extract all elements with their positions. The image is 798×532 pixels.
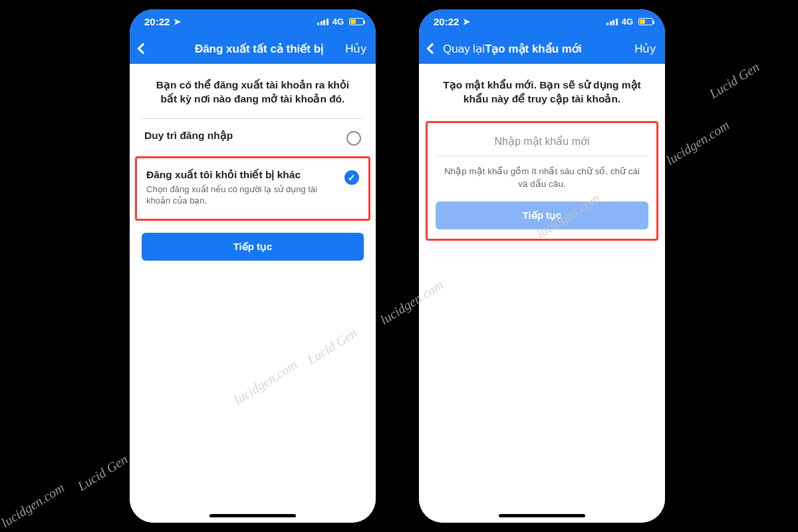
location-icon: ➤ [174,17,181,27]
radio-checked-icon[interactable]: ✓ [344,170,359,185]
nav-title: Đăng xuất tất cả thiết bị [186,42,333,56]
password-help: Nhập mật khẩu gồm ít nhất sáu chữ số, ch… [433,166,651,201]
signal-icon [317,17,329,25]
radio-unchecked-icon[interactable] [346,131,361,146]
watermark: Lucid Gen [75,452,130,494]
highlight-box: Nhập mật khẩu mới Nhập mật khẩu gồm ít n… [426,121,658,241]
continue-button[interactable]: Tiếp tục [436,201,648,229]
battery-icon [349,18,364,25]
option-title: Duy trì đăng nhập [144,130,338,142]
divider [436,156,648,156]
continue-button[interactable]: Tiếp tục [142,233,364,261]
nav-title: Tạo mật khẩu mới [485,42,622,56]
chevron-left-icon [138,43,149,55]
content-area: Bạn có thể đăng xuất tài khoản ra khỏi b… [130,64,376,523]
status-time: 20:22 [144,16,170,27]
prompt-text: Tạo mật khẩu mới. Bạn sẽ sử dụng mật khẩ… [419,64,665,118]
nav-bar: Quay lại Tạo mật khẩu mới Hủy [419,33,665,64]
phone-left: 20:22 ➤ 4G Đăng xuất tất cả thiết bị Hủy… [130,9,376,523]
signal-icon [606,17,618,25]
status-bar: 20:22 ➤ 4G [130,9,376,33]
option-stay-logged-in[interactable]: Duy trì đăng nhập [130,119,376,155]
cancel-button[interactable]: Hủy [333,42,366,56]
prompt-text: Bạn có thể đăng xuất tài khoản ra khỏi b… [130,64,376,118]
password-input[interactable]: Nhập mật khẩu mới [433,130,651,156]
back-button[interactable]: Quay lại [428,42,485,56]
home-indicator[interactable] [499,514,585,517]
status-bar: 20:22 ➤ 4G [419,9,665,33]
watermark: lucidgen.com [0,480,67,531]
status-time: 20:22 [434,16,459,27]
highlight-box: Đăng xuất tôi khỏi thiết bị khác Chọn đă… [135,156,370,221]
nav-bar: Đăng xuất tất cả thiết bị Hủy [130,33,376,64]
location-icon: ➤ [463,17,470,27]
option-logout-others[interactable]: Đăng xuất tôi khỏi thiết bị khác Chọn đă… [137,158,368,216]
network-label: 4G [332,17,344,27]
phone-right: 20:22 ➤ 4G Quay lại Tạo mật khẩu mới Hủy… [419,9,665,523]
option-subtitle: Chọn đăng xuất nếu có người lạ sử dụng t… [146,184,336,207]
network-label: 4G [622,17,633,27]
back-label: Quay lại [443,42,485,56]
watermark: lucidgen.com [664,118,732,168]
cancel-button[interactable]: Hủy [622,42,656,56]
home-indicator[interactable] [209,514,296,517]
back-button[interactable] [139,45,186,53]
option-title: Đăng xuất tôi khỏi thiết bị khác [146,169,336,181]
watermark: Lucid Gen [707,59,762,102]
battery-icon [638,18,653,25]
chevron-left-icon [427,43,438,55]
content-area: Tạo mật khẩu mới. Bạn sẽ sử dụng mật khẩ… [419,64,665,523]
